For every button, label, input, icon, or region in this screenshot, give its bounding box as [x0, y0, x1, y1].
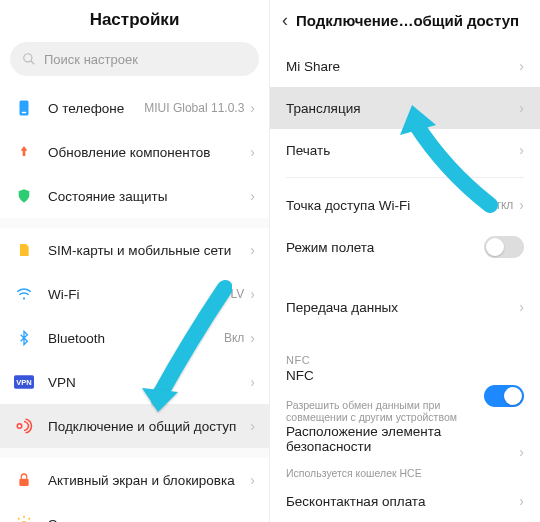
shield-icon: [14, 186, 34, 206]
row-mi-share[interactable]: Mi Share ›: [270, 45, 540, 87]
chevron-right-icon: ›: [519, 444, 524, 460]
row-wifi[interactable]: Wi-Fi LV ›: [0, 272, 269, 316]
bluetooth-icon: [14, 328, 34, 348]
back-icon[interactable]: ‹: [282, 10, 288, 31]
row-label: Трансляция: [286, 101, 519, 116]
row-label: Wi-Fi: [48, 287, 231, 302]
svg-point-0: [24, 54, 32, 62]
search-icon: [22, 52, 36, 66]
row-sim[interactable]: SIM-карты и мобильные сети ›: [0, 228, 269, 272]
svg-rect-3: [22, 112, 27, 114]
chevron-right-icon: ›: [250, 100, 255, 116]
page-header: ‹ Подключение…общий доступ: [270, 0, 540, 45]
row-contactless-pay[interactable]: Бесконтактная оплата ›: [270, 480, 540, 522]
connection-icon: [14, 416, 34, 436]
row-security-status[interactable]: Состояние защиты ›: [0, 174, 269, 218]
row-hotspot[interactable]: Точка доступа Wi-Fi Откл ›: [270, 184, 540, 226]
svg-line-1: [31, 61, 35, 65]
row-data-transfer[interactable]: Передача данных ›: [270, 286, 540, 328]
row-cast[interactable]: Трансляция ›: [270, 87, 540, 129]
svg-point-4: [23, 297, 25, 299]
separator: [0, 218, 269, 228]
row-label: Активный экран и блокировка: [48, 473, 250, 488]
row-label: SIM-карты и мобильные сети: [48, 243, 250, 258]
chevron-right-icon: ›: [519, 197, 524, 213]
wifi-icon: [14, 284, 34, 304]
separator: [0, 448, 269, 458]
row-label: Передача данных: [286, 300, 519, 315]
svg-text:VPN: VPN: [16, 378, 31, 387]
chevron-right-icon: ›: [519, 58, 524, 74]
row-vpn[interactable]: VPN VPN ›: [0, 360, 269, 404]
settings-pane: Настройки Поиск настроек О телефоне MIUI…: [0, 0, 270, 522]
chevron-right-icon: ›: [250, 374, 255, 390]
row-label: Расположение элемента безопасности: [286, 424, 480, 465]
gap: [270, 328, 540, 346]
svg-line-14: [18, 518, 20, 520]
connection-pane: ‹ Подключение…общий доступ Mi Share › Тр…: [270, 0, 540, 522]
row-connection-sharing[interactable]: Подключение и общий доступ ›: [0, 404, 269, 448]
row-label: Bluetooth: [48, 331, 224, 346]
search-placeholder: Поиск настроек: [44, 52, 138, 67]
divider: [286, 177, 524, 178]
row-label: Mi Share: [286, 59, 519, 74]
row-about-phone[interactable]: О телефоне MIUI Global 11.0.3 ›: [0, 86, 269, 130]
row-subtitle: Используется кошелек HCE: [286, 467, 422, 480]
svg-line-17: [29, 518, 31, 520]
search-input[interactable]: Поиск настроек: [10, 42, 259, 76]
page-title: Подключение…общий доступ: [296, 12, 519, 29]
chevron-right-icon: ›: [519, 493, 524, 509]
chevron-right-icon: ›: [250, 188, 255, 204]
airplane-toggle[interactable]: [484, 236, 524, 258]
lock-icon: [14, 470, 34, 490]
row-lockscreen[interactable]: Активный экран и блокировка ›: [0, 458, 269, 502]
phone-icon: [14, 98, 34, 118]
brightness-icon: [14, 514, 34, 522]
svg-rect-8: [19, 479, 28, 486]
svg-point-7: [17, 424, 22, 429]
row-print[interactable]: Печать ›: [270, 129, 540, 171]
nfc-toggle[interactable]: [484, 385, 524, 407]
row-value: MIUI Global 11.0.3: [144, 101, 244, 115]
chevron-right-icon: ›: [250, 242, 255, 258]
row-label: Подключение и общий доступ: [48, 419, 250, 434]
gap: [270, 268, 540, 286]
chevron-right-icon: ›: [519, 142, 524, 158]
row-label: VPN: [48, 375, 250, 390]
row-component-update[interactable]: Обновление компонентов ›: [0, 130, 269, 174]
chevron-right-icon: ›: [250, 516, 255, 522]
row-label: Бесконтактная оплата: [286, 494, 519, 509]
row-value: LV: [231, 287, 245, 301]
row-value: Откл: [486, 198, 513, 212]
chevron-right-icon: ›: [250, 286, 255, 302]
chevron-right-icon: ›: [519, 100, 524, 116]
row-label: Экран: [48, 517, 250, 523]
row-label: Печать: [286, 143, 519, 158]
page-title: Настройки: [0, 0, 269, 42]
chevron-right-icon: ›: [250, 418, 255, 434]
row-secure-element[interactable]: Расположение элемента безопасности Испол…: [270, 424, 540, 480]
section-label: NFC: [270, 346, 540, 368]
chevron-right-icon: ›: [250, 330, 255, 346]
vpn-icon: VPN: [14, 372, 34, 392]
row-subtitle: Разрешить обмен данными при совмещении с…: [286, 399, 480, 424]
row-label: О телефоне: [48, 101, 144, 116]
sim-icon: [14, 240, 34, 260]
row-label: Состояние защиты: [48, 189, 250, 204]
row-label: NFC: [286, 368, 314, 397]
chevron-right-icon: ›: [250, 144, 255, 160]
row-nfc[interactable]: NFC Разрешить обмен данными при совмещен…: [270, 368, 540, 424]
chevron-right-icon: ›: [519, 299, 524, 315]
update-icon: [14, 142, 34, 162]
row-display[interactable]: Экран ›: [0, 502, 269, 522]
row-airplane[interactable]: Режим полета: [270, 226, 540, 268]
chevron-right-icon: ›: [250, 472, 255, 488]
row-bluetooth[interactable]: Bluetooth Вкл ›: [0, 316, 269, 360]
row-label: Обновление компонентов: [48, 145, 250, 160]
row-label: Точка доступа Wi-Fi: [286, 198, 486, 213]
row-value: Вкл: [224, 331, 244, 345]
